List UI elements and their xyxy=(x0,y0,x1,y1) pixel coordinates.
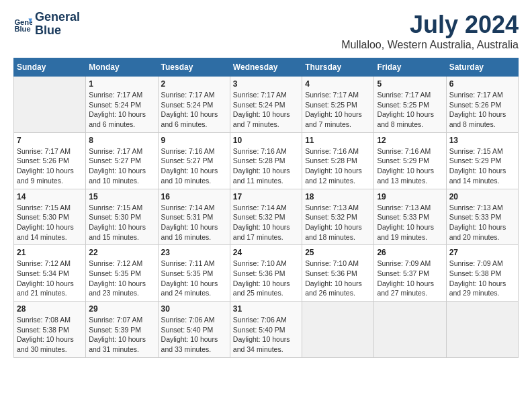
calendar-week-1: 1 Sunrise: 7:17 AMSunset: 5:24 PMDayligh… xyxy=(14,77,519,133)
day-number: 25 xyxy=(305,248,371,257)
cell-info: Sunrise: 7:12 AMSunset: 5:34 PMDaylight:… xyxy=(17,259,83,298)
col-tuesday: Tuesday xyxy=(158,58,230,77)
day-number: 8 xyxy=(89,136,154,145)
calendar-cell: 15 Sunrise: 7:15 AMSunset: 5:30 PMDaylig… xyxy=(86,189,158,245)
day-number: 15 xyxy=(89,192,154,201)
calendar-cell: 3 Sunrise: 7:17 AMSunset: 5:24 PMDayligh… xyxy=(230,77,302,133)
calendar-cell xyxy=(14,77,86,133)
logo-line1: General xyxy=(35,11,80,24)
cell-info: Sunrise: 7:16 AMSunset: 5:29 PMDaylight:… xyxy=(377,146,443,186)
calendar-cell: 28 Sunrise: 7:08 AMSunset: 5:38 PMDaylig… xyxy=(14,302,86,358)
calendar-cell: 31 Sunrise: 7:06 AMSunset: 5:40 PMDaylig… xyxy=(230,302,302,358)
calendar-cell: 1 Sunrise: 7:17 AMSunset: 5:24 PMDayligh… xyxy=(86,77,158,133)
col-friday: Friday xyxy=(374,58,446,77)
day-number: 20 xyxy=(449,192,515,201)
day-number: 31 xyxy=(233,304,299,314)
cell-info: Sunrise: 7:17 AMSunset: 5:26 PMDaylight:… xyxy=(17,146,83,186)
cell-info: Sunrise: 7:12 AMSunset: 5:35 PMDaylight:… xyxy=(89,259,154,298)
cell-info: Sunrise: 7:17 AMSunset: 5:24 PMDaylight:… xyxy=(161,90,227,130)
calendar-cell: 10 Sunrise: 7:16 AMSunset: 5:28 PMDaylig… xyxy=(230,132,302,189)
day-number: 26 xyxy=(377,248,443,257)
day-number: 6 xyxy=(449,79,515,89)
calendar-cell: 18 Sunrise: 7:13 AMSunset: 5:32 PMDaylig… xyxy=(302,189,374,245)
svg-text:Blue: Blue xyxy=(14,25,30,33)
cell-info: Sunrise: 7:14 AMSunset: 5:31 PMDaylight:… xyxy=(161,203,227,242)
cell-info: Sunrise: 7:13 AMSunset: 5:33 PMDaylight:… xyxy=(377,203,443,242)
calendar-cell: 22 Sunrise: 7:12 AMSunset: 5:35 PMDaylig… xyxy=(86,245,158,302)
day-number: 22 xyxy=(89,248,154,257)
calendar-cell: 17 Sunrise: 7:14 AMSunset: 5:32 PMDaylig… xyxy=(230,189,302,245)
day-number: 19 xyxy=(377,192,443,201)
calendar-cell: 11 Sunrise: 7:16 AMSunset: 5:28 PMDaylig… xyxy=(302,132,374,189)
cell-info: Sunrise: 7:16 AMSunset: 5:28 PMDaylight:… xyxy=(305,146,371,186)
header: General Blue General Blue July 2024 Mull… xyxy=(13,11,519,51)
day-number: 14 xyxy=(17,192,83,201)
calendar-cell xyxy=(302,302,374,358)
day-number: 30 xyxy=(161,304,227,314)
day-number: 12 xyxy=(377,136,443,145)
calendar-cell: 5 Sunrise: 7:17 AMSunset: 5:25 PMDayligh… xyxy=(374,77,446,133)
calendar-cell: 21 Sunrise: 7:12 AMSunset: 5:34 PMDaylig… xyxy=(14,245,86,302)
calendar-cell: 24 Sunrise: 7:10 AMSunset: 5:36 PMDaylig… xyxy=(230,245,302,302)
day-number: 3 xyxy=(233,79,299,89)
col-saturday: Saturday xyxy=(446,58,518,77)
calendar-cell: 2 Sunrise: 7:17 AMSunset: 5:24 PMDayligh… xyxy=(158,77,230,133)
col-wednesday: Wednesday xyxy=(230,58,302,77)
calendar-cell: 14 Sunrise: 7:15 AMSunset: 5:30 PMDaylig… xyxy=(14,189,86,245)
calendar-cell: 6 Sunrise: 7:17 AMSunset: 5:26 PMDayligh… xyxy=(446,77,518,133)
day-number: 7 xyxy=(17,136,83,145)
location-title: Mullaloo, Western Australia, Australia xyxy=(341,39,519,51)
title-area: July 2024 Mullaloo, Western Australia, A… xyxy=(341,11,519,51)
calendar-cell: 27 Sunrise: 7:09 AMSunset: 5:38 PMDaylig… xyxy=(446,245,518,302)
day-number: 16 xyxy=(161,192,227,201)
day-number: 1 xyxy=(89,79,154,89)
day-number: 29 xyxy=(89,304,154,314)
day-number: 2 xyxy=(161,79,227,89)
cell-info: Sunrise: 7:15 AMSunset: 5:30 PMDaylight:… xyxy=(17,203,83,242)
cell-info: Sunrise: 7:17 AMSunset: 5:26 PMDaylight:… xyxy=(449,90,515,130)
day-number: 17 xyxy=(233,192,299,201)
calendar-cell: 30 Sunrise: 7:06 AMSunset: 5:40 PMDaylig… xyxy=(158,302,230,358)
calendar-header: Sunday Monday Tuesday Wednesday Thursday… xyxy=(14,58,519,77)
cell-info: Sunrise: 7:17 AMSunset: 5:24 PMDaylight:… xyxy=(89,90,154,130)
logo-icon: General Blue xyxy=(13,15,32,34)
calendar-cell: 4 Sunrise: 7:17 AMSunset: 5:25 PMDayligh… xyxy=(302,77,374,133)
cell-info: Sunrise: 7:15 AMSunset: 5:30 PMDaylight:… xyxy=(89,203,154,242)
calendar-cell: 29 Sunrise: 7:07 AMSunset: 5:39 PMDaylig… xyxy=(86,302,158,358)
cell-info: Sunrise: 7:10 AMSunset: 5:36 PMDaylight:… xyxy=(233,259,299,298)
calendar-cell: 7 Sunrise: 7:17 AMSunset: 5:26 PMDayligh… xyxy=(14,132,86,189)
col-sunday: Sunday xyxy=(14,58,86,77)
cell-info: Sunrise: 7:07 AMSunset: 5:39 PMDaylight:… xyxy=(89,315,154,355)
calendar-cell xyxy=(374,302,446,358)
cell-info: Sunrise: 7:17 AMSunset: 5:25 PMDaylight:… xyxy=(377,90,443,130)
cell-info: Sunrise: 7:17 AMSunset: 5:24 PMDaylight:… xyxy=(233,90,299,130)
calendar-week-5: 28 Sunrise: 7:08 AMSunset: 5:38 PMDaylig… xyxy=(14,302,519,358)
day-number: 28 xyxy=(17,304,83,314)
col-monday: Monday xyxy=(86,58,158,77)
logo-text: General Blue xyxy=(35,11,80,38)
day-number: 11 xyxy=(305,136,371,145)
cell-info: Sunrise: 7:11 AMSunset: 5:35 PMDaylight:… xyxy=(161,259,227,298)
day-number: 9 xyxy=(161,136,227,145)
col-thursday: Thursday xyxy=(302,58,374,77)
calendar-cell: 8 Sunrise: 7:17 AMSunset: 5:27 PMDayligh… xyxy=(86,132,158,189)
cell-info: Sunrise: 7:09 AMSunset: 5:37 PMDaylight:… xyxy=(377,259,443,298)
cell-info: Sunrise: 7:06 AMSunset: 5:40 PMDaylight:… xyxy=(161,315,227,355)
day-number: 5 xyxy=(377,79,443,89)
day-number: 10 xyxy=(233,136,299,145)
calendar-cell: 12 Sunrise: 7:16 AMSunset: 5:29 PMDaylig… xyxy=(374,132,446,189)
cell-info: Sunrise: 7:15 AMSunset: 5:29 PMDaylight:… xyxy=(449,146,515,186)
day-number: 18 xyxy=(305,192,371,201)
calendar-week-4: 21 Sunrise: 7:12 AMSunset: 5:34 PMDaylig… xyxy=(14,245,519,302)
day-number: 4 xyxy=(305,79,371,89)
calendar-cell: 26 Sunrise: 7:09 AMSunset: 5:37 PMDaylig… xyxy=(374,245,446,302)
calendar-cell: 25 Sunrise: 7:10 AMSunset: 5:36 PMDaylig… xyxy=(302,245,374,302)
cell-info: Sunrise: 7:09 AMSunset: 5:38 PMDaylight:… xyxy=(449,259,515,298)
calendar-cell: 23 Sunrise: 7:11 AMSunset: 5:35 PMDaylig… xyxy=(158,245,230,302)
calendar-week-2: 7 Sunrise: 7:17 AMSunset: 5:26 PMDayligh… xyxy=(14,132,519,189)
cell-info: Sunrise: 7:17 AMSunset: 5:25 PMDaylight:… xyxy=(305,90,371,130)
cell-info: Sunrise: 7:17 AMSunset: 5:27 PMDaylight:… xyxy=(89,146,154,186)
day-number: 24 xyxy=(233,248,299,257)
day-number: 21 xyxy=(17,248,83,257)
calendar-body: 1 Sunrise: 7:17 AMSunset: 5:24 PMDayligh… xyxy=(14,77,519,358)
